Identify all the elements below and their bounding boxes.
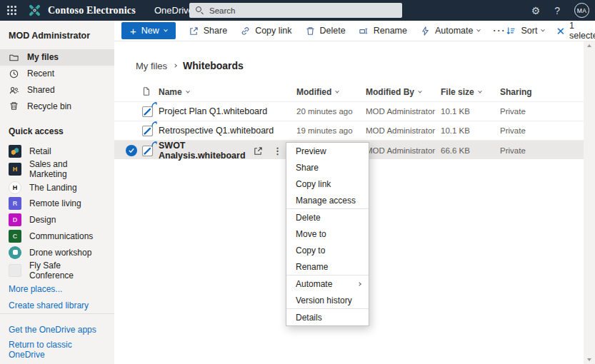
sidebar-item-retail[interactable]: Retail [0, 143, 114, 159]
share-button[interactable]: Share [189, 26, 227, 36]
sidebar-item-label: The Landing [29, 183, 77, 193]
more-commands-button[interactable]: ··· [493, 26, 506, 36]
sidebar-item-sales-and-marketing[interactable]: H Sales and Marketing [0, 159, 114, 179]
column-header-file-size[interactable]: File size [441, 87, 500, 97]
sidebar-item-remote-living[interactable]: R Remote living [0, 196, 114, 212]
chevron-down-icon [478, 89, 482, 93]
whiteboard-file-icon [141, 106, 154, 118]
file-name[interactable]: Retrospective Q1.whiteboard [159, 126, 296, 136]
menu-item-automate[interactable]: Automate [286, 275, 369, 292]
sidebar-item-label: Retail [29, 146, 51, 156]
file-sharing: Private [500, 146, 595, 155]
return-classic-link[interactable]: Return to classic OneDrive [0, 340, 114, 360]
sidebar-footer: Get the OneDrive apps Return to classic … [0, 313, 114, 364]
menu-item-details[interactable]: Details [286, 309, 369, 325]
automate-button[interactable]: Automate [420, 26, 481, 36]
search-input[interactable] [189, 3, 402, 18]
search-icon [196, 6, 201, 12]
app-launcher-icon[interactable] [7, 6, 16, 15]
row-selected-checkbox[interactable] [126, 145, 137, 156]
file-name[interactable]: SWOT Analysis.whiteboard ⋮ [159, 141, 296, 161]
file-list-header: Name Modified Modified By File size Shar… [114, 83, 595, 101]
app-name[interactable]: OneDrive [154, 5, 194, 16]
delete-button[interactable]: Delete [305, 26, 346, 36]
sidebar-item-communications[interactable]: C Communications [0, 228, 114, 245]
sidebar-item-label: Fly Safe Conference [29, 261, 106, 280]
selected-count-label: 1 selected [569, 21, 595, 41]
file-sharing: Private [500, 107, 595, 116]
sidebar-item-design[interactable]: D Design [0, 212, 114, 228]
menu-item-rename[interactable]: Rename [286, 258, 369, 275]
more-places-link[interactable]: More places... [0, 280, 114, 297]
chevron-down-icon [418, 89, 422, 93]
new-item-badge-icon [151, 102, 157, 108]
file-modified-by: MOD Administrator [366, 146, 441, 155]
menu-item-version-history[interactable]: Version history [286, 292, 369, 308]
sidebar-item-label: Communications [29, 231, 93, 241]
doc-type-column-icon[interactable] [141, 86, 159, 98]
menu-item-move-to[interactable]: Move to [286, 226, 369, 242]
file-context-menu: Preview Share Copy link Manage access De… [286, 142, 369, 326]
new-button[interactable]: + New [121, 22, 176, 39]
share-icon[interactable] [253, 146, 264, 156]
breadcrumb-my-files[interactable]: My files [136, 61, 167, 71]
people-icon [9, 85, 19, 96]
get-onedrive-apps-link[interactable]: Get the OneDrive apps [0, 320, 114, 340]
menu-item-delete[interactable]: Delete [286, 209, 369, 226]
menu-item-share[interactable]: Share [286, 159, 369, 176]
chevron-down-icon [186, 89, 190, 93]
file-name[interactable]: Project Plan Q1.whiteboard [159, 106, 296, 116]
topbar-actions: ⚙ ? MA [531, 0, 589, 21]
whiteboard-file-icon [141, 145, 154, 157]
new-item-badge-icon [151, 121, 157, 127]
create-shared-library-link[interactable]: Create shared library [0, 297, 114, 313]
sidebar-item-recent[interactable]: Recent [0, 66, 114, 82]
file-modified-by: MOD Administrator [366, 107, 441, 116]
menu-item-copy-link[interactable]: Copy link [286, 176, 369, 192]
scroll-up-icon[interactable] [587, 44, 591, 47]
menu-item-preview[interactable]: Preview [286, 143, 369, 159]
sidebar-item-the-landing[interactable]: H The Landing [0, 179, 114, 196]
rename-icon [359, 26, 369, 36]
column-header-modified-by[interactable]: Modified By [366, 87, 441, 97]
trash-icon [305, 26, 316, 36]
file-row-retrospective[interactable]: Retrospective Q1.whiteboard 19 minutes a… [114, 121, 595, 140]
sidebar-item-label: Design [29, 215, 56, 225]
chevron-down-icon [164, 28, 168, 32]
clear-selection-button[interactable]: ✕ 1 selected [556, 21, 595, 41]
sidebar-item-fly-safe-conference[interactable]: Fly Safe Conference [0, 261, 114, 280]
column-header-name[interactable]: Name [159, 87, 296, 97]
menu-item-manage-access[interactable]: Manage access [286, 192, 369, 208]
column-header-modified[interactable]: Modified [296, 87, 366, 97]
folder-icon [9, 52, 19, 63]
sidebar-item-label: Shared [27, 85, 55, 95]
sidebar-item-recycle-bin[interactable]: Recycle bin [0, 98, 114, 114]
sidebar-item-my-files[interactable]: My files [0, 49, 114, 66]
delete-label: Delete [320, 26, 346, 36]
sidebar-item-drone-workshop[interactable]: Drone workshop [0, 244, 114, 261]
clock-icon [9, 69, 19, 79]
search-box [189, 3, 402, 18]
quick-access-title: Quick access [0, 114, 114, 143]
new-button-label: New [141, 26, 159, 36]
settings-gear-icon[interactable]: ⚙ [531, 6, 541, 16]
file-sharing: Private [500, 126, 595, 135]
sidebar-item-label: Drone workshop [29, 248, 91, 258]
account-avatar[interactable]: MA [574, 3, 589, 18]
rename-button[interactable]: Rename [359, 26, 407, 36]
file-row-project-plan[interactable]: Project Plan Q1.whiteboard 20 minutes ag… [114, 101, 595, 121]
chevron-right-icon [173, 64, 177, 68]
copy-link-label: Copy link [255, 26, 291, 36]
sidebar-item-shared[interactable]: Shared [0, 82, 114, 98]
more-actions-icon[interactable]: ⋮ [273, 146, 282, 156]
breadcrumb-current-folder: Whiteboards [183, 60, 244, 71]
column-header-sharing[interactable]: Sharing [500, 87, 595, 97]
vertical-scrollbar[interactable] [584, 41, 595, 364]
whiteboard-file-icon [141, 125, 154, 137]
automate-label: Automate [435, 26, 474, 36]
scroll-down-icon[interactable] [587, 358, 591, 361]
sort-button[interactable]: Sort [506, 26, 544, 36]
copy-link-button[interactable]: Copy link [240, 26, 291, 36]
help-icon[interactable]: ? [554, 6, 560, 16]
menu-item-copy-to[interactable]: Copy to [286, 242, 369, 258]
